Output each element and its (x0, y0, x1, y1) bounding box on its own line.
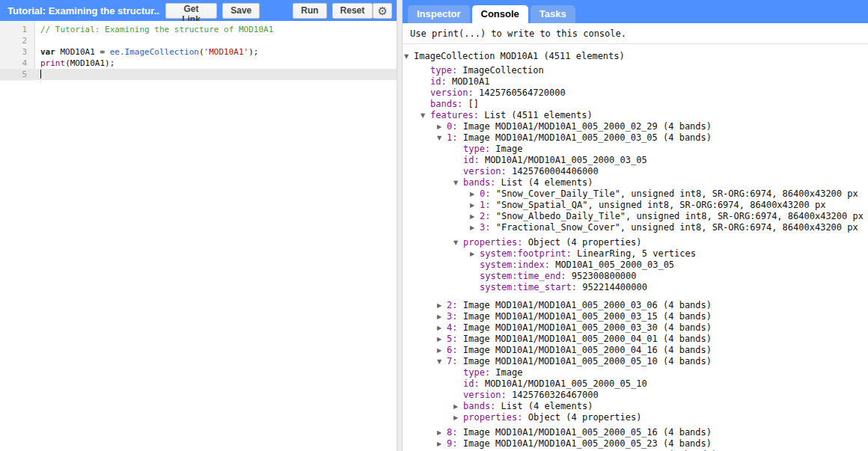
tree-node[interactable]: ▶system:footprint: LinearRing, 5 vertice… (403, 248, 868, 260)
property-key: 3: (480, 222, 496, 233)
settings-button[interactable]: ⚙ (373, 3, 392, 19)
tree-node[interactable]: ▶0: "Snow_Cover_Daily_Tile", unsigned in… (403, 188, 868, 200)
property-value: Image MOD10A1/MOD10A1_005_2000_05_10 (4 … (463, 356, 712, 366)
triangle-right-icon[interactable]: ▶ (470, 248, 480, 260)
tree-node[interactable]: ▶6: Image MOD10A1/MOD10A1_005_2000_04_16… (403, 345, 868, 356)
triangle-right-icon[interactable]: ▶ (470, 188, 480, 200)
save-button[interactable]: Save (222, 3, 260, 19)
property-key: properties: (463, 412, 528, 423)
property-key: id: (463, 155, 485, 165)
console-hint: Use print(...) to write to this console. (403, 23, 868, 44)
property-key: properties: (463, 237, 528, 248)
triangle-right-icon[interactable]: ▶ (437, 300, 447, 311)
code-text: var MOD10A1 = ee.ImageCollection('MOD10A… (35, 46, 397, 58)
tree-node[interactable]: ▼1: Image MOD10A1/MOD10A1_005_2000_03_05… (403, 132, 868, 144)
tree-node[interactable]: ▶properties: Object (4 properties) (403, 412, 868, 423)
code-editor[interactable]: 1// Tutorial: Examining the structure of… (0, 21, 397, 451)
property-value: 952300800000 (572, 271, 637, 281)
tab-tasks[interactable]: Tasks (531, 5, 575, 23)
triangle-right-icon[interactable]: ▶ (437, 311, 447, 322)
triangle-right-icon[interactable]: ▶ (437, 334, 447, 345)
property-key: 9: (447, 438, 463, 449)
code-text (35, 69, 397, 80)
tree-node[interactable]: ▼properties: Object (4 properties) (403, 237, 868, 248)
tab-inspector[interactable]: Inspector (408, 5, 470, 23)
triangle-right-icon[interactable]: ▶ (453, 401, 463, 412)
tree-node[interactable]: ▶2: "Snow_Albedo_Daily_Tile", unsigned i… (403, 211, 868, 222)
tree-leaf: id: MOD10A1/MOD10A1_005_2000_05_10 (403, 378, 868, 390)
script-title: Tutorial: Examining the structur... (7, 5, 160, 16)
triangle-right-icon[interactable]: ▶ (453, 412, 463, 423)
property-key: bands: (463, 401, 501, 411)
property-value: Image MOD10A1/MOD10A1_005_2000_03_06 (4 … (463, 300, 712, 310)
triangle-down-icon[interactable]: ▼ (437, 356, 447, 367)
property-key: features: (430, 110, 484, 120)
property-key: 7: (447, 356, 463, 366)
property-value: "Fractional_Snow_Cover", unsigned int8, … (496, 222, 858, 233)
tree-node[interactable]: ▶3: "Fractional_Snow_Cover", unsigned in… (403, 222, 868, 233)
code-text: print(MOD10A1); (35, 58, 397, 69)
tree-leaf: version: 1425760004406000 (403, 166, 868, 177)
property-key: system:time_start: (480, 282, 582, 292)
property-key: 1: (447, 132, 463, 143)
tree-node[interactable]: ▼features: List (4511 elements) (403, 110, 868, 121)
tree-leaf: type: Image (403, 144, 868, 155)
triangle-down-icon[interactable]: ▼ (437, 132, 447, 144)
triangle-down-icon[interactable]: ▼ (404, 51, 414, 62)
property-value: ImageCollection MOD10A1 (4511 elements) (414, 51, 625, 61)
code-line[interactable]: 4print(MOD10A1); (0, 58, 397, 69)
triangle-down-icon[interactable]: ▼ (421, 110, 430, 121)
tree-node[interactable]: ▶2: Image MOD10A1/MOD10A1_005_2000_03_06… (403, 300, 868, 311)
tree-leaf: type: ImageCollection (403, 65, 868, 76)
code-line[interactable]: 2 (0, 35, 397, 46)
tree-node[interactable]: ▶bands: List (4 elements) (403, 401, 868, 412)
code-lines: 1// Tutorial: Examining the structure of… (0, 21, 397, 80)
property-key: type: (430, 65, 462, 76)
console-panel: Inspector Console Tasks Use print(...) t… (403, 0, 868, 451)
triangle-down-icon[interactable]: ▼ (453, 177, 463, 188)
triangle-right-icon[interactable]: ▶ (470, 211, 480, 222)
triangle-right-icon[interactable]: ▶ (437, 438, 447, 450)
property-value: Image MOD10A1/MOD10A1_005_2000_05_23 (4 … (463, 438, 712, 449)
property-value: Image MOD10A1/MOD10A1_005_2000_03_30 (4 … (463, 322, 712, 333)
triangle-right-icon[interactable]: ▶ (437, 121, 447, 132)
triangle-right-icon[interactable]: ▶ (437, 345, 447, 356)
property-key: system:footprint: (480, 248, 577, 259)
tree-node[interactable]: ▶8: Image MOD10A1/MOD10A1_005_2000_05_16… (403, 427, 868, 438)
property-value: Object (4 properties) (528, 237, 642, 248)
property-key: id: (430, 76, 452, 87)
property-key: 5: (447, 334, 463, 344)
property-value: List (4511 elements) (484, 110, 593, 120)
triangle-down-icon[interactable]: ▼ (453, 237, 463, 248)
panel-splitter[interactable] (397, 0, 403, 451)
tree-leaf: system:time_start: 952214400000 (403, 282, 868, 293)
code-line[interactable]: 1// Tutorial: Examining the structure of… (0, 24, 397, 35)
tree-leaf: system:time_end: 952300800000 (403, 271, 868, 282)
code-line[interactable]: 3var MOD10A1 = ee.ImageCollection('MOD10… (0, 46, 397, 58)
tree-node[interactable]: ▶1: "Snow_Spatial_QA", unsigned int8, SR… (403, 200, 868, 211)
triangle-right-icon[interactable]: ▶ (437, 427, 447, 438)
property-key: 2: (480, 211, 496, 221)
property-value: Image MOD10A1/MOD10A1_005_2000_04_16 (4 … (463, 345, 712, 355)
property-key: version: (463, 390, 512, 400)
triangle-right-icon[interactable]: ▶ (470, 222, 480, 233)
tab-console[interactable]: Console (472, 5, 528, 23)
tree-node[interactable]: ▼bands: List (4 elements) (403, 177, 868, 188)
tree-node[interactable]: ▶0: Image MOD10A1/MOD10A1_005_2000_02_29… (403, 121, 868, 132)
tree-node[interactable]: ▶3: Image MOD10A1/MOD10A1_005_2000_03_15… (403, 311, 868, 322)
property-key: 0: (480, 188, 496, 199)
triangle-right-icon[interactable]: ▶ (437, 322, 447, 334)
property-value: Image MOD10A1/MOD10A1_005_2000_03_15 (4 … (463, 311, 712, 322)
property-value: 1425760004406000 (512, 166, 599, 177)
tree-node[interactable]: ▼7: Image MOD10A1/MOD10A1_005_2000_05_10… (403, 356, 868, 367)
code-line[interactable]: 5 (0, 69, 397, 80)
tree-node[interactable]: ▼ImageCollection MOD10A1 (4511 elements) (403, 51, 868, 62)
property-key: system:index: (480, 260, 555, 270)
tree-node[interactable]: ▶9: Image MOD10A1/MOD10A1_005_2000_05_23… (403, 438, 868, 450)
triangle-right-icon[interactable]: ▶ (470, 200, 480, 211)
reset-button[interactable]: Reset (332, 3, 373, 19)
get-link-button[interactable]: Get Link (165, 3, 217, 19)
tree-node[interactable]: ▶5: Image MOD10A1/MOD10A1_005_2000_04_01… (403, 334, 868, 345)
tree-node[interactable]: ▶4: Image MOD10A1/MOD10A1_005_2000_03_30… (403, 322, 868, 334)
run-button[interactable]: Run (293, 3, 326, 19)
